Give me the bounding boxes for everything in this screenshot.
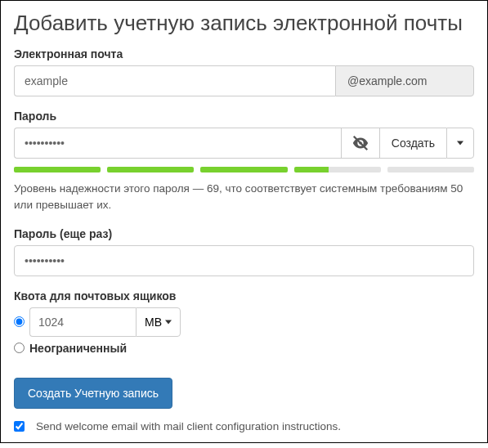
quota-unlimited-label: Неограниченный [29,342,127,355]
password-confirm-label: Пароль (еще раз) [14,227,474,240]
eye-slash-icon [351,134,369,152]
generate-password-button[interactable]: Создать [379,128,446,159]
quota-unit-dropdown[interactable]: MB [136,307,181,337]
password-label: Пароль [14,110,474,123]
strength-segment [294,167,381,172]
quota-label: Квота для почтовых ящиков [14,289,474,302]
create-account-button[interactable]: Создать Учетную запись [14,378,172,409]
welcome-email-label: Send welcome email with mail client conf… [36,420,341,432]
quota-limited-radio[interactable] [14,316,25,327]
chevron-down-icon [457,140,463,146]
password-group: Пароль Создать Уровень надежности этого … [14,110,474,214]
email-user-input[interactable] [14,65,335,96]
strength-segment [200,167,287,172]
quota-unlimited-radio[interactable] [14,343,25,353]
password-confirm-group: Пароль (еще раз) [14,227,474,276]
email-group: Электронная почта @example.com [14,47,474,96]
quota-unit-label: MB [145,316,162,329]
welcome-email-checkbox[interactable] [14,421,25,432]
password-confirm-input[interactable] [14,245,474,276]
password-strength-text: Уровень надежности этого пароля — 69, чт… [14,181,474,214]
strength-segment [107,167,194,172]
toggle-password-visibility-button[interactable] [341,128,379,159]
chevron-down-icon [165,320,172,325]
strength-segment [387,167,474,172]
quota-group: Квота для почтовых ящиков MB Неограничен… [14,289,474,355]
email-domain-addon: @example.com [335,65,474,96]
password-input[interactable] [14,128,341,159]
strength-segment [14,167,101,172]
quota-value-input[interactable] [29,307,136,337]
page-title: Добавить учетную запись электронной почт… [14,11,474,36]
email-label: Электронная почта [14,47,474,60]
password-options-dropdown[interactable] [446,128,474,159]
password-strength-meter [14,167,474,172]
